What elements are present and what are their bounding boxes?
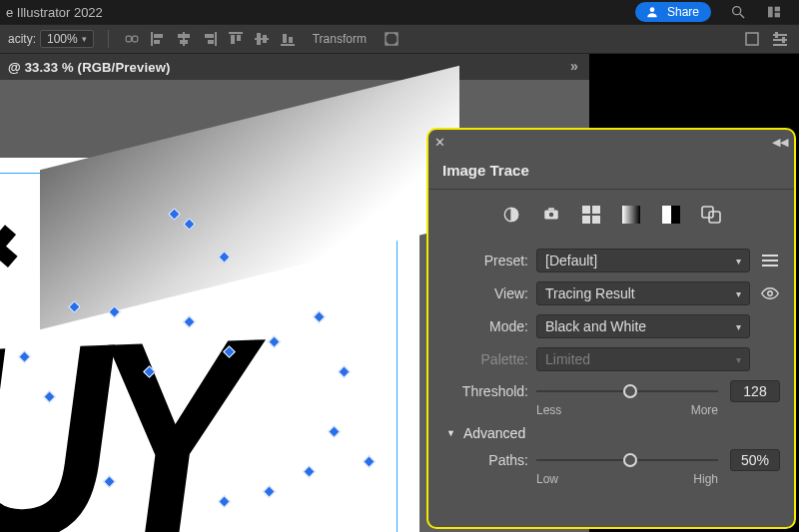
svg-rect-10	[154, 40, 160, 44]
svg-line-2	[740, 14, 744, 18]
outline-icon[interactable]	[700, 204, 722, 226]
anchor-point[interactable]	[303, 465, 316, 478]
anchor-point[interactable]	[338, 365, 351, 378]
view-dropdown[interactable]: Tracing Result ▾	[536, 281, 750, 305]
anchor-point[interactable]	[263, 485, 276, 498]
mode-label: Mode:	[442, 318, 528, 334]
low-color-icon[interactable]	[580, 204, 602, 226]
transform-label[interactable]: Transform	[313, 32, 367, 46]
link-icon[interactable]	[123, 30, 141, 48]
svg-rect-41	[582, 206, 590, 214]
anchor-point[interactable]	[328, 425, 341, 438]
isolate-icon[interactable]	[383, 30, 400, 48]
svg-rect-52	[762, 265, 778, 266]
svg-rect-45	[622, 206, 640, 224]
preset-label: Preset:	[442, 253, 528, 268]
eye-icon[interactable]	[760, 286, 780, 300]
panel-title[interactable]: Image Trace	[428, 154, 794, 190]
paths-high-label: High	[693, 472, 718, 486]
svg-rect-50	[762, 255, 778, 257]
grayscale-icon[interactable]	[620, 204, 642, 226]
chevron-down-icon: ▾	[82, 34, 87, 44]
opacity-value: 100%	[47, 32, 78, 46]
mode-dropdown[interactable]: Black and White ▾	[536, 314, 750, 338]
svg-rect-34	[773, 44, 787, 46]
align-right-icon[interactable]	[201, 30, 219, 48]
svg-point-0	[650, 7, 655, 12]
auto-color-icon[interactable]	[500, 204, 522, 226]
svg-rect-51	[762, 260, 778, 262]
settings-icon[interactable]	[771, 30, 789, 48]
view-value: Tracing Result	[545, 285, 635, 301]
artwork-glyph-x: ✖	[0, 211, 22, 283]
close-icon[interactable]: ✕	[434, 135, 445, 150]
anchor-point[interactable]	[313, 310, 326, 323]
threshold-high-label: More	[691, 403, 718, 417]
share-button[interactable]: Share	[635, 2, 711, 22]
anchor-point[interactable]	[268, 335, 281, 348]
palette-label: Palette:	[442, 351, 528, 367]
svg-rect-6	[126, 36, 131, 42]
svg-rect-36	[782, 37, 785, 43]
palette-value: Limited	[545, 351, 590, 367]
triangle-down-icon: ▼	[446, 428, 455, 438]
align-bottom-icon[interactable]	[279, 30, 297, 48]
threshold-low-label: Less	[536, 403, 561, 417]
search-icon[interactable]	[729, 3, 747, 21]
svg-rect-25	[289, 37, 293, 43]
svg-rect-4	[775, 7, 780, 12]
svg-rect-18	[231, 35, 235, 44]
svg-point-39	[549, 213, 554, 218]
svg-rect-7	[132, 36, 137, 42]
opacity-field[interactable]: 100% ▾	[40, 30, 94, 48]
preset-menu-icon[interactable]	[760, 254, 780, 267]
svg-rect-15	[205, 34, 214, 38]
svg-rect-8	[151, 32, 153, 46]
svg-rect-47	[671, 206, 680, 224]
image-trace-panel: ✕ ◀◀ Image Trace Preset: [Default] ▾ Vie…	[426, 128, 796, 529]
svg-rect-16	[208, 40, 214, 44]
svg-rect-21	[257, 33, 261, 45]
trace-preset-icons	[442, 198, 780, 240]
high-color-icon[interactable]	[540, 204, 562, 226]
svg-rect-3	[768, 7, 773, 18]
document-tab[interactable]: @ 33.33 % (RGB/Preview) »	[0, 54, 589, 80]
svg-point-53	[768, 291, 773, 296]
svg-rect-22	[263, 35, 267, 43]
svg-rect-24	[283, 34, 287, 43]
document-tab-label: @ 33.33 % (RGB/Preview)	[8, 60, 171, 75]
svg-rect-31	[746, 33, 758, 45]
svg-rect-5	[775, 13, 780, 18]
anchor-point[interactable]	[363, 455, 376, 468]
align-top-icon[interactable]	[227, 30, 245, 48]
svg-rect-46	[662, 206, 671, 224]
opacity-label: acity:	[8, 32, 36, 46]
align-center-v-icon[interactable]	[253, 30, 271, 48]
svg-rect-42	[592, 206, 600, 214]
svg-point-1	[733, 7, 741, 15]
chevron-down-icon: ▾	[736, 288, 741, 299]
document-area: @ 33.33 % (RGB/Preview) »	[0, 54, 589, 80]
artboard[interactable]: ✖ UY	[0, 158, 419, 532]
align-center-h-icon[interactable]	[175, 30, 193, 48]
align-left-icon[interactable]	[149, 30, 167, 48]
svg-rect-40	[548, 208, 554, 210]
chevron-double-icon[interactable]: »	[565, 57, 583, 75]
svg-rect-35	[775, 32, 778, 38]
paths-slider[interactable]	[536, 451, 718, 469]
arrange-icon[interactable]	[765, 3, 783, 21]
paths-low-label: Low	[536, 472, 558, 486]
app-title: e Illustrator 2022	[6, 5, 103, 20]
chevron-down-icon: ▾	[736, 321, 741, 332]
advanced-toggle[interactable]: ▼ Advanced	[446, 425, 780, 441]
svg-rect-9	[154, 34, 163, 38]
svg-rect-12	[178, 34, 190, 38]
expand-icon[interactable]	[743, 30, 761, 48]
threshold-value[interactable]: 128	[730, 380, 780, 402]
black-white-icon[interactable]	[660, 204, 682, 226]
chevron-down-icon: ▾	[736, 354, 741, 365]
collapse-icon[interactable]: ◀◀	[772, 136, 788, 149]
paths-value[interactable]: 50%	[730, 449, 780, 471]
threshold-slider[interactable]	[536, 382, 718, 400]
preset-dropdown[interactable]: [Default] ▾	[536, 249, 750, 272]
